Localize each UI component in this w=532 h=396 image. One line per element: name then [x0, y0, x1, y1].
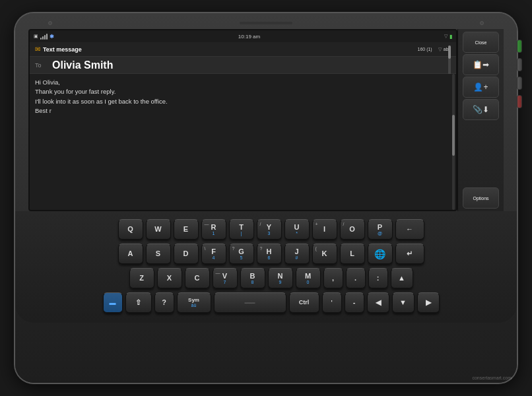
scrollbar[interactable]	[452, 74, 455, 210]
key-r[interactable]: — R 1	[201, 219, 226, 240]
time-display: 10:19 am	[238, 34, 260, 40]
key-row-2: A S D \ F 4 ? G 5 ? H	[38, 244, 504, 265]
physical-side-buttons	[517, 40, 522, 108]
battery-icon: ▮	[449, 34, 452, 40]
light-sensor	[480, 21, 484, 25]
key-s[interactable]: S	[146, 244, 171, 265]
message-type-label: Text message	[43, 46, 82, 53]
key-space[interactable]: —	[214, 292, 286, 314]
key-enter[interactable]: ↵	[395, 244, 424, 265]
key-down[interactable]: ▼	[392, 292, 415, 314]
key-period[interactable]: .	[346, 268, 366, 289]
key-l[interactable]: L	[340, 244, 365, 265]
send-contact-button[interactable]: 📋➡	[463, 54, 499, 75]
key-o[interactable]: / O	[340, 219, 365, 240]
key-z[interactable]: Z	[129, 268, 154, 289]
side-buttons-panel: Close 📋➡ 👤+ 📎⬇ Options	[457, 29, 504, 211]
message-body[interactable]: Hi Olivia, Thank you for your fast reply…	[30, 74, 456, 210]
key-i[interactable]: + I	[312, 219, 337, 240]
key-b[interactable]: B 8	[240, 268, 265, 289]
key-g[interactable]: ? G 5	[229, 244, 254, 265]
speaker	[240, 22, 292, 24]
watermark: consertasmart.com	[472, 376, 512, 380]
key-ctrl[interactable]: Ctrl	[289, 292, 319, 314]
signal-bar-3	[44, 35, 46, 40]
options-label: Options	[473, 196, 488, 201]
key-q[interactable]: Q	[118, 219, 143, 240]
key-apostrophe[interactable]: '	[322, 292, 342, 314]
message-header: ✉ Text message 160 (1) ▽ abc	[30, 42, 456, 57]
key-left[interactable]: ◀	[367, 292, 389, 314]
status-right: ▽ ▮	[444, 34, 452, 40]
key-d[interactable]: D	[174, 244, 199, 265]
signal-strength-icon: ▽	[438, 47, 442, 52]
signal-bar-4	[46, 34, 48, 40]
screen: ▣ ✱ 10:19 am ▽ ▮	[28, 29, 457, 211]
signal-bar-1	[40, 38, 42, 40]
antenna-icon: ▽	[444, 34, 448, 39]
key-minus[interactable]: -	[345, 292, 364, 314]
status-left: ▣ ✱	[34, 33, 54, 40]
phone-top: Sony Ericsson ▣	[15, 13, 517, 211]
key-comma[interactable]: ,	[323, 268, 343, 289]
attach-icon: 📎⬇	[473, 105, 489, 114]
key-n[interactable]: N 9	[268, 268, 293, 289]
close-button[interactable]: Close	[463, 32, 499, 53]
key-j[interactable]: J #	[284, 244, 310, 265]
key-right[interactable]: ▶	[417, 292, 440, 314]
key-blue-fn[interactable]: ▬	[103, 292, 123, 314]
key-row-1: Q W E — R 1 T | / Y 3	[38, 219, 504, 240]
screen-area: ▣ ✱ 10:19 am ▽ ▮	[28, 29, 504, 211]
key-row-3: Z X C — V 7 B 8 N 9	[38, 268, 504, 289]
message-text: Hi Olivia, Thank you for your fast reply…	[35, 78, 451, 116]
key-e[interactable]: E	[174, 219, 199, 240]
add-contact-icon: 👤+	[473, 82, 488, 92]
key-up[interactable]: ▲	[391, 268, 413, 289]
attach-button[interactable]: 📎⬇	[463, 99, 499, 120]
phone-container: Sony Ericsson ▣	[9, 7, 523, 389]
key-shift[interactable]: ⇧	[125, 292, 152, 314]
key-w[interactable]: W	[146, 219, 171, 240]
signal-bar-2	[42, 36, 44, 40]
keyboard: Q W E — R 1 T | / Y 3	[38, 219, 504, 314]
key-backspace[interactable]: ←	[395, 219, 424, 240]
call-button[interactable]	[517, 40, 522, 53]
key-t[interactable]: T |	[229, 219, 254, 240]
recipient-name: Olivia Smith	[52, 59, 113, 71]
options-button[interactable]: Options	[463, 187, 499, 209]
to-label: To	[35, 62, 47, 69]
camera	[48, 21, 52, 25]
sim-icon: ▣	[34, 34, 38, 39]
volume-down-button[interactable]	[517, 77, 522, 90]
signal-bars	[40, 33, 48, 40]
key-m[interactable]: M 0	[296, 268, 321, 289]
scrollbar-thumb	[452, 115, 455, 156]
message-header-left: ✉ Text message	[35, 46, 82, 53]
status-bar: ▣ ✱ 10:19 am ▽ ▮	[30, 30, 456, 42]
key-sym[interactable]: Sym àü	[177, 292, 211, 314]
end-call-button[interactable]	[517, 95, 522, 108]
key-globe[interactable]: 🌐	[368, 244, 393, 265]
send-contact-icon: 📋➡	[473, 60, 489, 69]
key-c[interactable]: C	[185, 268, 210, 289]
key-row-4: ▬ ⇧ ? Sym àü — Ctrl '	[38, 292, 504, 314]
key-f[interactable]: \ F 4	[201, 244, 226, 265]
keyboard-section: Q W E — R 1 T | / Y 3	[15, 211, 517, 323]
key-a[interactable]: A	[118, 244, 143, 265]
key-y[interactable]: / Y 3	[257, 219, 282, 240]
volume-up-button[interactable]	[517, 58, 522, 71]
bluetooth-icon: ✱	[50, 34, 54, 40]
key-x[interactable]: X	[157, 268, 182, 289]
key-question[interactable]: ?	[154, 292, 174, 314]
key-k[interactable]: ( K	[312, 244, 337, 265]
close-label: Close	[475, 40, 487, 45]
key-v[interactable]: — V 7	[213, 268, 238, 289]
key-colon[interactable]: :	[368, 268, 388, 289]
to-field: To Olivia Smith	[30, 57, 456, 74]
key-u[interactable]: U *	[284, 219, 310, 240]
key-h[interactable]: ? H 6	[257, 244, 282, 265]
key-p[interactable]: P @	[368, 219, 393, 240]
message-info-right: 160 (1) ▽ abc	[418, 47, 451, 52]
add-contact-button[interactable]: 👤+	[463, 77, 499, 98]
phone-body: Sony Ericsson ▣	[15, 13, 517, 383]
